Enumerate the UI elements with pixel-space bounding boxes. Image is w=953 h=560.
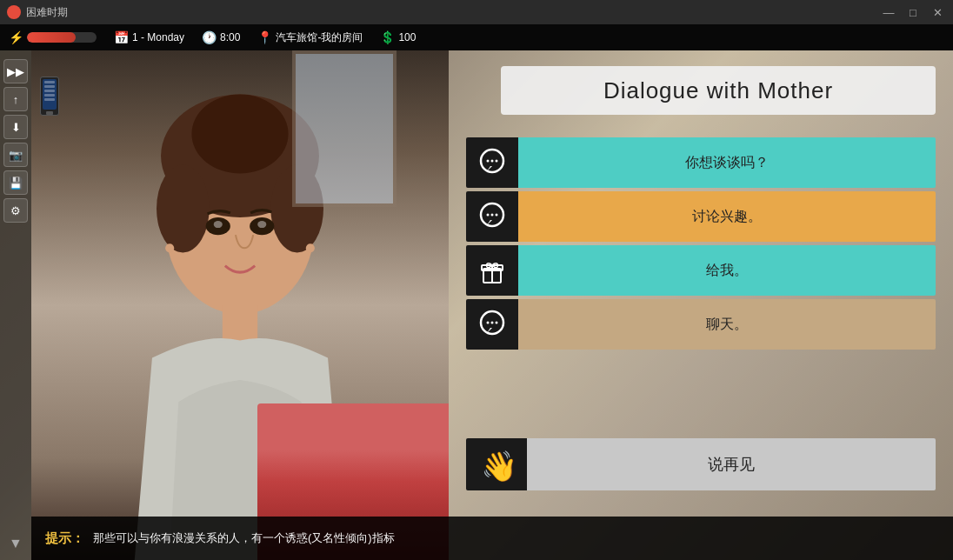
- energy-icon: ⚡: [9, 30, 23, 44]
- dialog-overlay: Dialogue with Mother 你想谈谈吗？: [449, 50, 953, 560]
- camera-button[interactable]: 📷: [3, 143, 28, 167]
- option-icon-box-1: [466, 137, 518, 188]
- option-text-3: 给我。: [518, 245, 936, 296]
- option-text-1: 你想谈谈吗？: [518, 137, 936, 188]
- hint-bar: 提示： 那些可以与你有浪漫关系的人，有一个诱惑(又名性倾向)指标: [31, 517, 953, 560]
- download-button[interactable]: ⬇: [3, 115, 28, 139]
- svg-point-8: [214, 221, 223, 228]
- dialog-option-2[interactable]: 讨论兴趣。: [466, 191, 936, 242]
- fast-forward-button[interactable]: ▶▶: [3, 59, 28, 83]
- day-status: 📅 1 - Monday: [114, 30, 184, 44]
- day-label: 1 - Monday: [132, 31, 184, 43]
- status-bar: ⚡ 📅 1 - Monday 🕐 8:00 📍 汽车旅馆-我的房间 💲 100: [0, 24, 953, 50]
- dialog-options: 你想谈谈吗？ 讨论兴趣。: [466, 137, 936, 350]
- time-status: 🕐 8:00: [202, 30, 240, 44]
- svg-point-20: [487, 214, 490, 217]
- minimize-button[interactable]: —: [880, 5, 897, 19]
- maximize-button[interactable]: □: [904, 5, 922, 19]
- screen-line: [44, 90, 55, 92]
- character-area: [31, 50, 449, 560]
- settings-button[interactable]: ⚙: [3, 198, 28, 223]
- energy-fill: [27, 32, 76, 43]
- svg-point-4: [157, 164, 210, 252]
- farewell-text: 说再见: [527, 438, 936, 490]
- time-label: 8:00: [220, 31, 240, 43]
- phone-home-button: [46, 111, 53, 115]
- dialog-option-3[interactable]: 给我。: [466, 245, 936, 296]
- chat-icon-1: [476, 147, 508, 178]
- money-status: 💲 100: [380, 30, 416, 44]
- money-label: 100: [398, 31, 416, 43]
- title-bar-left: 困难时期: [7, 5, 68, 20]
- left-sidebar: ▶▶ ↑ ⬇ 📷 💾 ⚙ ▼: [0, 50, 31, 560]
- svg-text:👋: 👋: [481, 449, 516, 483]
- clock-icon: 🕐: [202, 30, 217, 44]
- chat-icon-2: [476, 201, 508, 232]
- svg-point-28: [491, 322, 494, 324]
- option-icon-box-2: [466, 191, 518, 242]
- hint-label: 提示：: [45, 530, 84, 547]
- option-text-2: 讨论兴趣。: [518, 191, 936, 242]
- option-icon-box-4: [466, 299, 518, 350]
- dialog-title-box: Dialogue with Mother: [501, 66, 936, 115]
- wave-hand-icon: 👋: [477, 445, 516, 483]
- dialog-title: Dialogue with Mother: [603, 77, 833, 104]
- scroll-down-icon: ▼: [9, 536, 23, 551]
- svg-point-13: [165, 243, 174, 252]
- save-button[interactable]: 💾: [3, 170, 28, 195]
- option-icon-box-3: [466, 245, 518, 296]
- scroll-up-button[interactable]: ↑: [3, 87, 28, 111]
- farewell-button[interactable]: 👋 说再见: [466, 438, 936, 490]
- screen-line: [44, 98, 55, 101]
- svg-point-29: [496, 322, 498, 324]
- option-text-4: 聊天。: [518, 299, 936, 350]
- svg-point-27: [487, 322, 490, 324]
- chat-icon-3: [476, 309, 508, 340]
- dialog-option-4[interactable]: 聊天。: [466, 299, 936, 350]
- svg-point-3: [191, 95, 288, 174]
- energy-bar: [27, 32, 97, 43]
- location-icon: 📍: [257, 30, 272, 44]
- game-scene: ▶▶ ↑ ⬇ 📷 💾 ⚙ ▼: [0, 50, 953, 560]
- calendar-icon: 📅: [114, 30, 129, 44]
- location-status: 📍 汽车旅馆-我的房间: [257, 30, 363, 45]
- app-icon: [7, 5, 21, 19]
- svg-point-17: [491, 160, 494, 163]
- energy-status: ⚡: [9, 30, 97, 44]
- svg-point-9: [257, 221, 266, 228]
- app-title: 困难时期: [26, 5, 68, 20]
- svg-point-14: [306, 243, 315, 252]
- gift-icon: [476, 255, 508, 286]
- hint-text: 那些可以与你有浪漫关系的人，有一个诱惑(又名性倾向)指标: [93, 530, 395, 546]
- phone-device: [40, 77, 59, 116]
- farewell-icon-box: 👋: [466, 438, 527, 490]
- screen-line: [44, 81, 55, 83]
- title-bar: 困难时期 — □ ✕: [0, 0, 953, 24]
- svg-point-18: [496, 160, 498, 163]
- screen-line: [44, 94, 55, 97]
- dialog-option-1[interactable]: 你想谈谈吗？: [466, 137, 936, 188]
- screen-line: [44, 85, 55, 88]
- svg-point-22: [496, 214, 498, 217]
- svg-point-16: [487, 160, 490, 163]
- close-button[interactable]: ✕: [929, 5, 946, 19]
- window-controls: — □ ✕: [880, 5, 946, 19]
- phone-screen: [43, 79, 57, 110]
- money-icon: 💲: [380, 30, 395, 44]
- window-frame: [292, 50, 397, 207]
- svg-point-21: [491, 214, 494, 217]
- location-label: 汽车旅馆-我的房间: [276, 30, 363, 45]
